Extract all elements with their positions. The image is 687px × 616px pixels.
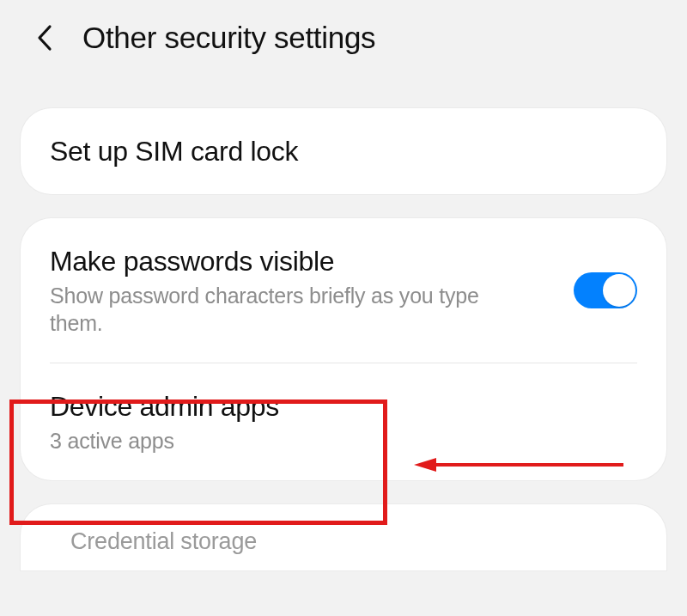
- card-passwords-admin: Make passwords visible Show password cha…: [21, 218, 666, 480]
- row-sim-card-lock[interactable]: Set up SIM card lock: [21, 108, 666, 194]
- row-subtitle: 3 active apps: [50, 427, 531, 454]
- row-title: Make passwords visible: [50, 244, 560, 278]
- section-header-credential-storage: Credential storage: [21, 504, 666, 555]
- row-title: Device admin apps: [50, 389, 637, 424]
- row-device-admin-apps[interactable]: Device admin apps 3 active apps: [21, 363, 666, 480]
- passwords-visible-toggle[interactable]: [574, 272, 637, 308]
- row-title: Set up SIM card lock: [50, 134, 637, 168]
- row-subtitle: Show password characters briefly as you …: [50, 282, 531, 337]
- back-button[interactable]: [29, 22, 60, 53]
- page-title: Other security settings: [82, 21, 375, 55]
- app-header: Other security settings: [0, 0, 687, 70]
- card-sim-lock: Set up SIM card lock: [21, 108, 666, 194]
- chevron-left-icon: [36, 24, 53, 52]
- row-make-passwords-visible[interactable]: Make passwords visible Show password cha…: [21, 218, 666, 363]
- toggle-knob: [603, 274, 635, 307]
- card-credential-storage: Credential storage: [21, 504, 666, 570]
